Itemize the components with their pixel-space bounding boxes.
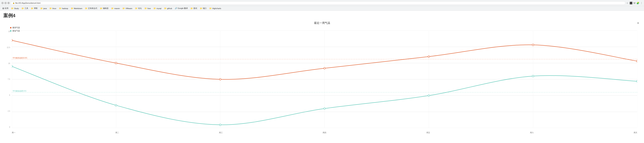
y-label: 2.5 — [8, 110, 10, 112]
page-title: 案例4 — [3, 12, 641, 19]
svg-point-26 — [115, 104, 117, 106]
bookmark-item-Highcharts[interactable]: 📁Highcharts — [208, 7, 222, 10]
svg-text:平均最高温度10.6℃: 平均最高温度10.6℃ — [12, 57, 27, 59]
chart-container: 最近一周气温 ≡ 最高气温 最低气温 平均最高温度10.6℃平均最低温度5.5℃… — [3, 20, 641, 135]
browser-actions: ☆ ⬛ M 🧩 ⋮ — [626, 2, 643, 4]
x-label: 周二 — [115, 132, 119, 134]
svg-point-29 — [428, 95, 430, 96]
bookmark-item-Study[interactable]: 📁Study — [10, 7, 20, 10]
bookmark-item-github[interactable]: 📁github — [163, 7, 173, 10]
y-label: 5 — [9, 94, 10, 96]
browser-controls: ‹ › ↻ — [1, 2, 10, 4]
legend-high-dot — [10, 27, 12, 28]
bookmark-item-编辑器[interactable]: 📁编辑器 — [99, 7, 110, 10]
svg-point-22 — [428, 56, 430, 58]
bookmarks-bar: ⊞应用📁Study📁工具📁博客📁java📁linux📁hadoop📁Markdo… — [0, 6, 644, 11]
svg-point-27 — [220, 124, 221, 126]
bookmark-item-应用[interactable]: ⊞应用 — [1, 7, 10, 10]
svg-point-19 — [115, 62, 117, 64]
x-axis: 周一周二周三周四周五周六周天 — [12, 132, 637, 134]
bookmark-item-论坛[interactable]: 📁论坛 — [134, 7, 143, 10]
svg-point-20 — [220, 78, 221, 80]
svg-point-28 — [324, 108, 326, 110]
bookmark-item-linux[interactable]: 📁linux — [48, 7, 57, 10]
bookmark-item-Markdown[interactable]: 📁Markdown — [70, 7, 84, 10]
chart-svg: 平均最高温度10.6℃平均最低温度5.5℃温度(℃) — [12, 30, 637, 128]
browser-bar: ‹ › ↻ 🔒 file:///D:/AppDemo/demo4.html ☆ … — [0, 0, 644, 6]
y-label: 7.5 — [8, 78, 10, 80]
bookmark-item-Google 翻译[interactable]: 🔗Google 翻译 — [174, 7, 189, 10]
refresh-button[interactable]: ↻ — [8, 2, 10, 4]
bookmark-item-maven[interactable]: 📁maven — [110, 7, 121, 10]
profile-icon[interactable]: M — [634, 2, 636, 4]
star-icon[interactable]: ☆ — [626, 2, 628, 4]
bookmark-item-博客[interactable]: 📁博客 — [30, 7, 38, 10]
bookmark-item-hadoop[interactable]: 📁hadoop — [58, 7, 69, 10]
y-label: 12.5 — [7, 46, 10, 48]
svg-text:平均最低温度5.5℃: 平均最低温度5.5℃ — [12, 90, 26, 92]
bookmark-item-java[interactable]: 📁java — [39, 7, 48, 10]
bookmark-item-hive[interactable]: 📁hive — [144, 7, 152, 10]
bookmark-item-正则表达式[interactable]: 📁正则表达式 — [84, 7, 98, 10]
svg-point-18 — [12, 40, 12, 41]
menu-icon[interactable]: ⋮ — [640, 2, 643, 4]
chart-menu-button[interactable]: ≡ — [637, 21, 639, 25]
bookmark-item-端口[interactable]: 📁端口 — [199, 7, 208, 10]
svg-point-31 — [636, 80, 637, 82]
bookmark-item-mysql[interactable]: 📁mysql — [152, 7, 162, 10]
extension-icon[interactable]: 🧩 — [636, 2, 639, 4]
y-label: 15 — [8, 30, 10, 32]
y-axis: 1512.5107.552.50 — [3, 30, 11, 128]
chart-title: 最近一周气温 — [3, 20, 641, 25]
bookmark-item-VMware[interactable]: 📁VMware — [122, 7, 133, 10]
y-label: 10 — [8, 62, 10, 64]
address-bar[interactable]: 🔒 file:///D:/AppDemo/demo4.html — [11, 1, 625, 5]
legend-high: 最高气温 — [10, 26, 20, 29]
svg-point-25 — [12, 66, 12, 67]
cast-icon[interactable]: ⬛ — [630, 2, 632, 4]
bookmark-item-面试[interactable]: 📁面试 — [190, 7, 198, 10]
page-content: 案例4 最近一周气温 ≡ 最高气温 最低气温 平均最高温度10.6℃平均最低温度… — [0, 11, 644, 136]
back-button[interactable]: ‹ — [1, 2, 4, 4]
chart-svg-wrapper: 平均最高温度10.6℃平均最低温度5.5℃温度(℃) — [12, 30, 637, 128]
url-text: file:///D:/AppDemo/demo4.html — [15, 2, 40, 4]
x-label: 周三 — [219, 132, 223, 134]
bookmark-item-工具[interactable]: 📁工具 — [20, 7, 29, 10]
x-label: 周五 — [426, 132, 430, 134]
x-label: 周一 — [12, 132, 16, 134]
svg-point-30 — [532, 75, 534, 77]
lock-icon: 🔒 — [12, 2, 14, 4]
svg-point-24 — [636, 60, 637, 62]
forward-button[interactable]: › — [4, 2, 7, 4]
x-label: 周天 — [634, 132, 637, 134]
x-label: 周四 — [322, 132, 326, 134]
svg-point-23 — [532, 44, 534, 46]
y-label: 0 — [9, 126, 10, 128]
svg-point-21 — [324, 68, 326, 69]
legend-high-label: 最高气温 — [12, 26, 20, 29]
x-label: 周六 — [530, 132, 534, 134]
